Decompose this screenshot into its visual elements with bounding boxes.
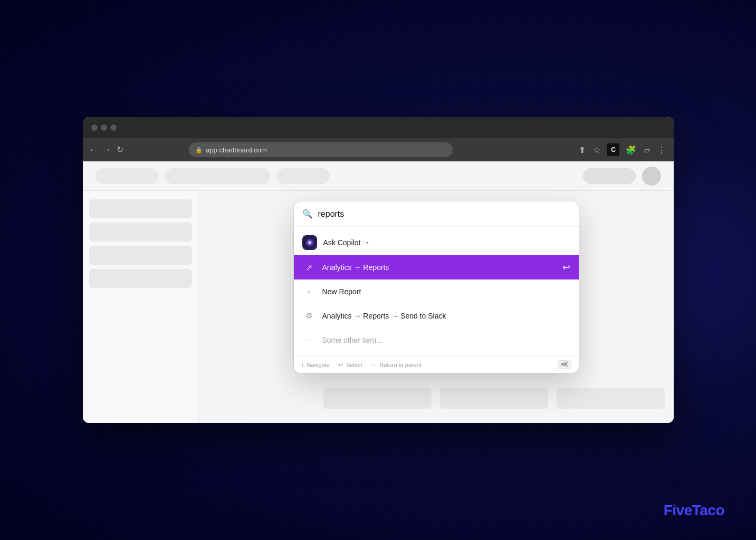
- browser-actions: ⬆ ☆ C 🧩 ▱ ⋮: [578, 143, 667, 156]
- shortcut-badge: ⌘K: [558, 360, 571, 369]
- select-icon: ↩: [338, 361, 343, 369]
- gear-icon: ⚙: [302, 309, 316, 323]
- spotlight-footer: ↕ Navigate ↩ Select ← Return to parent: [294, 355, 579, 373]
- svg-point-2: [309, 242, 311, 244]
- search-row: 🔍: [294, 201, 579, 227]
- plus-icon: +: [302, 285, 316, 298]
- return-icon: ↩: [562, 262, 570, 273]
- search-icon: 🔍: [302, 209, 313, 219]
- app-header: [83, 161, 674, 191]
- reload-button[interactable]: ↻: [117, 146, 123, 154]
- navigate-label: Navigate: [307, 362, 330, 368]
- arrow-up-right-icon: ↗: [302, 261, 316, 274]
- select-hint: ↩ Select: [338, 361, 362, 369]
- avatar[interactable]: [642, 167, 661, 186]
- results-list: Ask Copilot → ↗ Analytics → Reports ↩ +: [294, 227, 579, 355]
- nav-pill-2[interactable]: [165, 168, 271, 184]
- search-input[interactable]: [318, 209, 570, 219]
- content-area: 🔍: [199, 191, 674, 423]
- traffic-light-maximize[interactable]: [110, 124, 117, 131]
- nav-pill-1[interactable]: [95, 168, 159, 184]
- url-bar[interactable]: 🔒 app.chartboard.com: [189, 142, 453, 157]
- page-content: 🔍: [83, 161, 674, 423]
- forward-button[interactable]: →: [103, 146, 111, 154]
- result-analytics-slack[interactable]: ⚙ Analytics → Reports → Send to Slack: [294, 304, 579, 328]
- url-text: app.chartboard.com: [206, 146, 267, 154]
- sidebar-item-3[interactable]: [89, 246, 192, 265]
- result-partial: — Some other item...: [294, 328, 579, 352]
- select-label: Select: [346, 362, 362, 368]
- sidebar-item-2[interactable]: [89, 223, 192, 242]
- share-button[interactable]: ⬆: [578, 144, 587, 156]
- traffic-lights: [91, 124, 117, 131]
- browser-window: ← → ↻ 🔒 app.chartboard.com ⬆ ☆ C 🧩 ▱ ⋮: [83, 117, 674, 423]
- analytics-reports-label: Analytics → Reports: [322, 263, 556, 272]
- main-area: 🔍: [83, 191, 674, 423]
- nav-buttons: ← → ↻: [89, 146, 123, 154]
- lock-icon: 🔒: [195, 147, 203, 153]
- back-button[interactable]: ←: [89, 146, 98, 154]
- result-new-report[interactable]: + New Report: [294, 279, 579, 304]
- new-report-label: New Report: [322, 287, 570, 296]
- analytics-slack-label: Analytics → Reports → Send to Slack: [322, 312, 570, 320]
- navigate-icon: ↕: [301, 361, 304, 369]
- return-hint: ← Return to parent: [371, 361, 422, 369]
- traffic-light-close[interactable]: [91, 124, 98, 131]
- fivetaco-watermark: FiveTaco: [664, 502, 724, 519]
- result-ask-copilot[interactable]: Ask Copilot →: [294, 230, 579, 255]
- address-bar: ← → ↻ 🔒 app.chartboard.com ⬆ ☆ C 🧩 ▱ ⋮: [83, 138, 674, 161]
- split-view-button[interactable]: ▱: [643, 144, 651, 156]
- profile-icon[interactable]: C: [607, 143, 619, 156]
- return-arrow-icon: ←: [371, 361, 377, 369]
- title-bar: [83, 117, 674, 138]
- bookmark-button[interactable]: ☆: [592, 144, 601, 156]
- partial-icon: —: [302, 333, 316, 347]
- header-right: [583, 167, 661, 186]
- result-analytics-reports[interactable]: ↗ Analytics → Reports ↩: [294, 255, 579, 279]
- partial-label: Some other item...: [322, 336, 570, 344]
- action-button[interactable]: [583, 168, 636, 184]
- spotlight-overlay: 🔍: [199, 191, 674, 423]
- spotlight-modal: 🔍: [294, 201, 579, 373]
- more-button[interactable]: ⋮: [656, 144, 667, 156]
- sidebar-item-4[interactable]: [89, 269, 192, 288]
- nav-pill-3[interactable]: [277, 168, 330, 184]
- ask-copilot-label: Ask Copilot →: [323, 238, 570, 247]
- extensions-button[interactable]: 🧩: [625, 144, 637, 156]
- traffic-light-minimize[interactable]: [101, 124, 107, 131]
- return-label: Return to parent: [380, 362, 422, 368]
- sidebar: [83, 191, 199, 423]
- copilot-icon: [302, 235, 317, 250]
- navigate-hint: ↕ Navigate: [301, 361, 330, 369]
- sidebar-item-1[interactable]: [89, 199, 192, 218]
